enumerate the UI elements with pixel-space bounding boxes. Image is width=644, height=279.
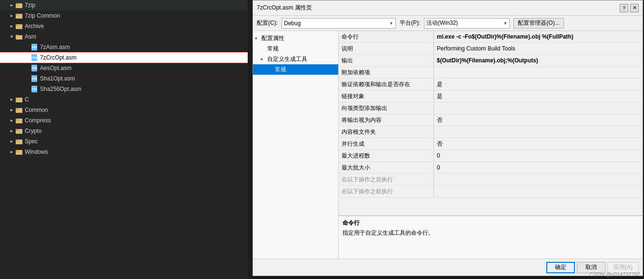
arrow-icon <box>8 22 15 30</box>
props-row[interactable]: 最大进程数 0 <box>339 150 643 162</box>
properties-dialog: 7zCrcOpt.asm 属性页 ? ✕ 配置(C): Debug ▼ 平台(P… <box>252 0 643 276</box>
props-row[interactable]: 在以下操作之前执行 <box>339 186 643 198</box>
svg-rect-5 <box>16 14 19 16</box>
props-row[interactable]: 输出 $(OutDir)%(Filename).obj;%(Outputs) <box>339 55 643 67</box>
props-row[interactable]: 向项类型添加输出 <box>339 102 643 114</box>
props-key: 将输出视为内容 <box>339 114 434 126</box>
svg-text:ASM: ASM <box>31 88 37 90</box>
tree-item-asm[interactable]: Asm <box>0 31 248 42</box>
tree-item-c[interactable]: C <box>0 94 248 105</box>
props-key: 附加依赖项 <box>339 67 434 78</box>
tree-item-spec[interactable]: Spec <box>0 136 248 147</box>
file-tree[interactable]: 7zip 7zip Common Archive Asm ASM 7zAsm.a… <box>0 0 248 279</box>
props-row[interactable]: 在以下操作之后执行 <box>339 174 643 186</box>
watermark: CSDN @u014732297 <box>589 271 640 277</box>
dtree-arrow-icon <box>268 67 275 72</box>
props-key: 向项类型添加输出 <box>339 102 434 114</box>
asm-file-icon: ASM <box>30 64 38 72</box>
arrow-icon <box>8 138 15 145</box>
folder-icon <box>15 1 23 9</box>
svg-text:ASM: ASM <box>31 67 37 70</box>
props-val: 0 <box>434 150 643 161</box>
props-val: $(OutDir)%(Filename).obj;%(Outputs) <box>434 55 643 66</box>
svg-rect-32 <box>16 130 19 131</box>
arrow-icon <box>8 106 15 114</box>
arrow-icon <box>8 96 15 103</box>
props-val: 否 <box>434 114 643 126</box>
tree-item-aesopt[interactable]: ASM AesOpt.asm <box>0 63 248 73</box>
tree-item-label: 7zip Common <box>25 10 60 21</box>
platform-label: 平台(P): <box>400 19 420 27</box>
folder-icon <box>15 96 23 103</box>
props-key: 在以下操作之前执行 <box>339 186 434 197</box>
tree-item-label: Compress <box>25 115 51 126</box>
tree-item-common[interactable]: Common <box>0 105 248 115</box>
tree-item-windows[interactable]: Windows <box>0 147 248 157</box>
tree-item-label: Crypto <box>25 126 41 136</box>
tree-item-7zip-common[interactable]: 7zip Common <box>0 10 248 21</box>
props-val: 否 <box>434 138 643 149</box>
props-key: 验证依赖项和输出是否存在 <box>339 79 434 90</box>
props-row[interactable]: 链接对象 是 <box>339 90 643 102</box>
platform-dropdown[interactable]: 活动(Win32) ▼ <box>424 18 510 29</box>
description-box: 命令行 指定用于自定义生成工具的命令行。 <box>339 216 643 259</box>
dtree-common[interactable]: 常规 <box>253 43 338 54</box>
props-row[interactable]: 内容根文件夹 <box>339 126 643 138</box>
svg-rect-38 <box>16 150 19 152</box>
folder-open-icon <box>15 33 23 40</box>
props-val <box>434 174 643 185</box>
config-dropdown[interactable]: Debug ▼ <box>282 18 396 29</box>
props-row[interactable]: 并行生成 否 <box>339 138 643 150</box>
tree-item-sha256opt[interactable]: ASM Sha256Opt.asm <box>0 84 248 94</box>
props-key: 最大批大小 <box>339 162 434 173</box>
folder-icon <box>15 117 23 124</box>
svg-rect-35 <box>16 140 19 141</box>
close-button[interactable]: ✕ <box>630 4 639 12</box>
props-val: ml.exe -c -Fo$(OutDir)%(Filename).obj %(… <box>434 31 643 42</box>
dropdown-arrow-icon: ▼ <box>503 21 507 26</box>
asm-file-icon: ASM <box>30 75 38 82</box>
props-val <box>434 186 643 197</box>
props-row[interactable]: 将输出视为内容 否 <box>339 114 643 126</box>
dtree-arrow-icon: ▾ <box>261 57 267 62</box>
props-val: 是 <box>434 79 643 90</box>
dtree-label: 自定义生成工具 <box>267 55 307 63</box>
dialog-tree[interactable]: ▾ 配置属性 常规 ▾ 自定义生成工具 常规 <box>253 31 339 259</box>
svg-rect-29 <box>16 119 19 120</box>
dialog-body: ▾ 配置属性 常规 ▾ 自定义生成工具 常规 <box>253 31 643 259</box>
props-row[interactable]: 命令行 ml.exe -c -Fo$(OutDir)%(Filename).ob… <box>339 31 643 43</box>
tree-item-7zcrcopt[interactable]: ASM 7zCrcOpt.asm <box>0 52 248 63</box>
tree-item-sha1opt[interactable]: ASM Sha1Opt.asm <box>0 73 248 84</box>
props-row[interactable]: 附加依赖项 <box>339 67 643 79</box>
svg-rect-10 <box>16 35 19 36</box>
props-val <box>434 126 643 138</box>
dtree-arrow-icon: ▾ <box>255 36 262 41</box>
tree-item-archive[interactable]: Archive <box>0 21 248 31</box>
dtree-general-selected[interactable]: 常规 <box>253 64 338 75</box>
props-panel: 命令行 ml.exe -c -Fo$(OutDir)%(Filename).ob… <box>339 31 643 259</box>
tree-item-compress[interactable]: Compress <box>0 115 248 126</box>
tree-item-label: 7zCrcOpt.asm <box>40 52 77 63</box>
svg-rect-23 <box>16 98 19 100</box>
config-mgr-button[interactable]: 配置管理器(O)... <box>513 18 564 29</box>
props-val: 0 <box>434 162 643 173</box>
asm-file-icon: ASM <box>30 43 38 51</box>
tree-item-label: Sha1Opt.asm <box>40 73 75 84</box>
props-row[interactable]: 最大批大小 0 <box>339 162 643 174</box>
dtree-config-props[interactable]: ▾ 配置属性 <box>253 33 338 43</box>
config-label: 配置(C): <box>257 19 278 27</box>
ok-button[interactable]: 确定 <box>546 262 575 273</box>
platform-value: 活动(Win32) <box>426 19 458 27</box>
arrow-icon <box>8 117 15 124</box>
help-button[interactable]: ? <box>620 4 628 12</box>
props-row[interactable]: 说明 Performing Custom Build Tools <box>339 43 643 55</box>
dialog-footer: 确定 取消 应用(A) <box>253 259 643 276</box>
props-key: 说明 <box>339 43 434 54</box>
tree-item-crypto[interactable]: Crypto <box>0 126 248 136</box>
props-row[interactable]: 验证依赖项和输出是否存在 是 <box>339 79 643 90</box>
props-val: Performing Custom Build Tools <box>434 43 643 54</box>
tree-item-7zip[interactable]: 7zip <box>0 0 248 10</box>
svg-text:ASM: ASM <box>31 46 37 49</box>
dtree-custom-build[interactable]: ▾ 自定义生成工具 <box>253 54 338 64</box>
tree-item-7zasm[interactable]: ASM 7zAsm.asm <box>0 42 248 52</box>
